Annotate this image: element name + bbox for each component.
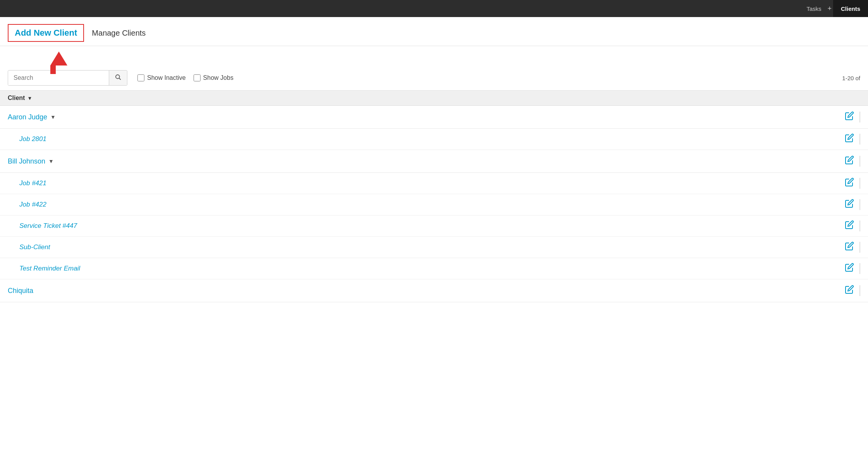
client-column-label: Client bbox=[8, 95, 25, 102]
client-row-actions bbox=[845, 285, 860, 296]
row-divider bbox=[859, 199, 860, 210]
edit-icon[interactable] bbox=[845, 285, 854, 296]
job-name: Test Reminder Email bbox=[19, 265, 845, 272]
job-row-actions bbox=[845, 133, 860, 145]
show-inactive-checkbox[interactable] bbox=[137, 74, 144, 81]
page-header: Add New Client Manage Clients bbox=[0, 17, 868, 46]
show-inactive-text: Show Inactive bbox=[147, 74, 186, 81]
row-divider bbox=[859, 134, 860, 145]
add-new-client-button[interactable]: Add New Client bbox=[8, 24, 84, 42]
search-bar: Show Inactive Show Jobs 1-20 of bbox=[0, 65, 868, 91]
job-name: Job #421 bbox=[19, 179, 845, 187]
search-input-wrap bbox=[8, 70, 127, 86]
edit-icon[interactable] bbox=[845, 220, 854, 232]
show-jobs-checkbox[interactable] bbox=[194, 74, 201, 81]
client-row[interactable]: Chiquita bbox=[0, 279, 868, 302]
edit-icon[interactable] bbox=[845, 241, 854, 253]
client-name: Bill Johnson ▼ bbox=[8, 157, 845, 165]
edit-icon[interactable] bbox=[845, 177, 854, 189]
search-icon bbox=[115, 74, 122, 81]
plus-button[interactable]: + bbox=[826, 5, 833, 13]
svg-point-0 bbox=[116, 75, 120, 79]
row-divider bbox=[859, 112, 860, 122]
clients-nav-item[interactable]: Clients bbox=[833, 0, 868, 17]
job-row[interactable]: Job #421 bbox=[0, 173, 868, 194]
edit-icon[interactable] bbox=[845, 263, 854, 274]
job-row[interactable]: Job 2801 bbox=[0, 129, 868, 150]
tasks-nav-item[interactable]: Tasks bbox=[802, 0, 826, 17]
row-divider bbox=[859, 178, 860, 189]
pagination-info: 1-20 of bbox=[842, 75, 860, 81]
job-row-actions bbox=[845, 220, 860, 232]
row-divider bbox=[859, 156, 860, 167]
job-row-actions bbox=[845, 199, 860, 210]
job-name: Job #422 bbox=[19, 201, 845, 208]
show-inactive-label[interactable]: Show Inactive bbox=[137, 74, 186, 81]
filter-checkboxes: Show Inactive Show Jobs bbox=[137, 74, 233, 81]
edit-icon[interactable] bbox=[845, 111, 854, 123]
chevron-down-icon: ▼ bbox=[27, 95, 32, 101]
row-divider bbox=[859, 285, 860, 296]
arrow-indicator bbox=[0, 46, 868, 65]
client-row-actions bbox=[845, 155, 860, 167]
client-name: Chiquita bbox=[8, 287, 845, 295]
job-row[interactable]: Sub-Client bbox=[0, 237, 868, 258]
job-row-actions bbox=[845, 177, 860, 189]
client-row[interactable]: Aaron Judge ▼ bbox=[0, 106, 868, 129]
job-row-actions bbox=[845, 263, 860, 274]
chevron-down-icon: ▼ bbox=[50, 114, 56, 120]
show-jobs-label[interactable]: Show Jobs bbox=[194, 74, 233, 81]
client-row-actions bbox=[845, 111, 860, 123]
search-button[interactable] bbox=[109, 71, 127, 85]
job-row-actions bbox=[845, 241, 860, 253]
edit-icon[interactable] bbox=[845, 133, 854, 145]
job-name: Sub-Client bbox=[19, 243, 845, 251]
search-input[interactable] bbox=[8, 71, 109, 85]
client-column-header[interactable]: Client ▼ bbox=[8, 95, 32, 102]
job-name: Service Ticket #447 bbox=[19, 222, 845, 230]
svg-line-1 bbox=[119, 78, 121, 80]
show-jobs-text: Show Jobs bbox=[203, 74, 233, 81]
job-row[interactable]: Service Ticket #447 bbox=[0, 215, 868, 237]
job-name: Job 2801 bbox=[19, 135, 845, 143]
row-divider bbox=[859, 242, 860, 253]
edit-icon[interactable] bbox=[845, 155, 854, 167]
client-name: Aaron Judge ▼ bbox=[8, 113, 845, 121]
chevron-down-icon: ▼ bbox=[48, 158, 54, 164]
row-divider bbox=[859, 221, 860, 231]
client-list: Aaron Judge ▼ Job 2801 bbox=[0, 106, 868, 302]
job-row[interactable]: Test Reminder Email bbox=[0, 258, 868, 279]
job-row[interactable]: Job #422 bbox=[0, 194, 868, 215]
row-divider bbox=[859, 263, 860, 274]
table-header: Client ▼ bbox=[0, 91, 868, 106]
edit-icon[interactable] bbox=[845, 199, 854, 210]
top-nav: Tasks + Clients bbox=[0, 0, 868, 17]
client-row[interactable]: Bill Johnson ▼ bbox=[0, 150, 868, 173]
manage-clients-button[interactable]: Manage Clients bbox=[92, 29, 146, 38]
